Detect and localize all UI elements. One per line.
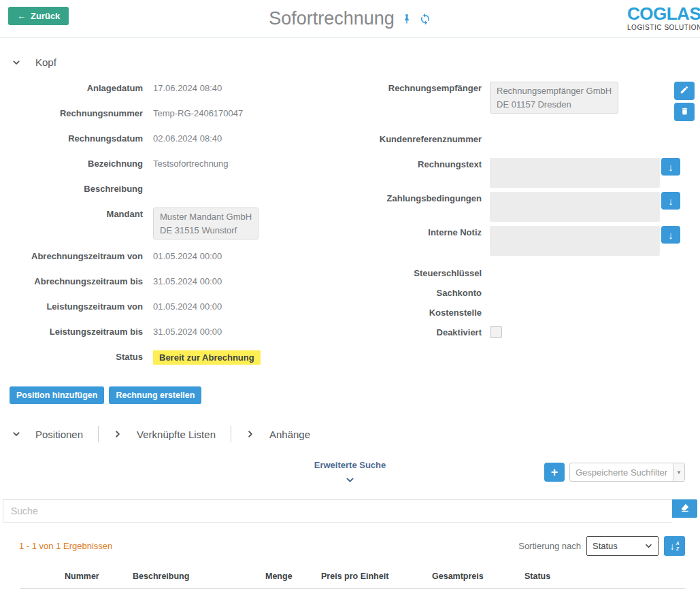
status-badge: Bereit zur Abrechnung <box>153 350 261 365</box>
header-cell-beschreibung: Beschreibung <box>133 572 265 581</box>
field-interne-notiz: Interne Notiz ↓ <box>350 226 700 256</box>
add-filter-button[interactable]: + <box>544 463 565 482</box>
field-rechnungsnummer: Rechnungsnummer Temp-RG-2406170047 <box>0 107 350 122</box>
chevron-down-icon <box>12 430 20 438</box>
field-kostenstelle: Kostenstelle <box>350 306 700 320</box>
results-sort-row: 1 - 1 von 1 Ergebnissen Sortierung nach … <box>0 536 700 556</box>
field-leistungszeitraum-von: Leistungszeitraum von 01.05.2024 00:00 <box>0 300 350 315</box>
field-leistungszeitraum-bis: Leistungszeitraum bis 31.05.2024 00:00 <box>0 325 350 340</box>
edit-recipient-button[interactable] <box>674 82 695 100</box>
field-abrechnungszeitraum-von: Abrechnungszeitraum von 01.05.2024 00:00 <box>0 250 350 265</box>
divider <box>98 426 99 442</box>
interne-notiz-textarea[interactable] <box>490 226 660 256</box>
field-mandant: Mandant Muster Mandant GmbH DE 31515 Wun… <box>0 208 350 239</box>
pencil-icon <box>680 85 689 97</box>
field-beschreibung: Beschreibung <box>0 182 350 197</box>
clear-search-button[interactable] <box>672 499 697 518</box>
pin-icon[interactable] <box>401 14 412 24</box>
field-zahlungsbedingungen: Zahlungsbedingungen ↓ <box>350 192 700 222</box>
plus-icon: + <box>551 465 559 480</box>
top-header-bar: ←Zurück Sofortrechnung COGLAS LOGISTIC S… <box>0 0 700 38</box>
create-invoice-button[interactable]: Rechnung erstellen <box>109 386 201 404</box>
back-button[interactable]: ←Zurück <box>8 7 69 25</box>
field-rechnungsdatum: Rechnungsdatum 02.06.2024 08:40 <box>0 132 350 147</box>
add-position-button[interactable]: Position hinzufügen <box>10 386 104 404</box>
field-sachkonto: Sachkonto <box>350 286 700 301</box>
kopf-left-column: Anlagedatum 17.06.2024 08:40 Rechnungsnu… <box>0 82 350 376</box>
header-cell-preis-pro-einheit: Preis pro Einheit <box>321 572 432 581</box>
header-cell-nummer: Nummer <box>65 572 133 581</box>
results-count: 1 - 1 von 1 Ergebnissen <box>19 541 112 551</box>
header-cell-menge: Menge <box>265 572 321 581</box>
down-arrow-icon: ↓ <box>668 195 673 207</box>
sort-direction-button[interactable]: ↓AZ <box>664 536 685 556</box>
interne-notiz-expand-button[interactable]: ↓ <box>661 226 680 244</box>
rechnungstext-expand-button[interactable]: ↓ <box>661 158 680 176</box>
rechnungstext-textarea[interactable] <box>490 158 660 188</box>
coglas-logo: COGLAS LOGISTIC SOLUTION <box>627 5 700 31</box>
mandant-value-box: Muster Mandant GmbH DE 31515 Wunstorf <box>153 208 259 239</box>
chevron-right-icon <box>246 430 254 438</box>
section-header-anhaenge[interactable]: Anhänge <box>246 429 310 440</box>
field-rechnungstext: Rechnungstext ↓ <box>350 158 700 188</box>
field-kundenreferenznummer: Kundenreferenznummer <box>350 133 700 148</box>
deaktiviert-checkbox[interactable] <box>490 326 502 338</box>
section-header-verknuepfte-listen[interactable]: Verknüpfte Listen <box>114 429 216 440</box>
positions-table: Nummer Beschreibung Menge Preis pro Einh… <box>20 565 685 596</box>
zahlungsbedingungen-textarea[interactable] <box>490 192 660 222</box>
kopf-form: Anlagedatum 17.06.2024 08:40 Rechnungsnu… <box>0 82 700 376</box>
zahlungsbedingungen-expand-button[interactable]: ↓ <box>661 192 680 210</box>
field-status: Status Bereit zur Abrechnung <box>0 350 350 365</box>
kopf-right-column: Rechnungsempfänger Rechnungsempfänger Gm… <box>350 82 700 376</box>
search-bar <box>3 499 697 523</box>
chevron-down-icon <box>12 59 20 67</box>
section-header-kopf[interactable]: Kopf <box>12 56 700 68</box>
action-buttons-row: Position hinzufügen Rechnung erstellen <box>10 386 700 404</box>
section-tabs-row: Positionen Verknüpfte Listen Anhänge <box>12 426 700 442</box>
header-cell-status: Status <box>524 572 685 581</box>
page-title: Sofortrechnung <box>269 8 395 29</box>
field-abrechnungszeitraum-bis: Abrechnungszeitraum bis 31.05.2024 00:00 <box>0 275 350 290</box>
rechnungsempfaenger-value-box: Rechnungsempfänger GmbH DE 01157 Dresden <box>490 82 618 114</box>
field-deaktiviert: Deaktiviert <box>350 326 700 340</box>
down-arrow-icon: ↓ <box>668 229 673 241</box>
field-anlagedatum: Anlagedatum 17.06.2024 08:40 <box>0 82 350 97</box>
refresh-icon[interactable] <box>419 13 431 25</box>
sort-field-select[interactable]: Status <box>586 536 659 556</box>
field-rechnungsempfaenger: Rechnungsempfänger Rechnungsempfänger Gm… <box>350 82 700 121</box>
advanced-search-row: Erweiterte Suche + Gespeicherte Suchfilt… <box>0 460 700 491</box>
header-cell-gesamtpreis: Gesamtpreis <box>432 572 524 581</box>
chevron-down-icon <box>645 542 652 550</box>
header-cell-actions <box>20 572 65 581</box>
saved-filters-dropdown[interactable]: Gespeicherte Suchfilter ▼ <box>569 463 685 482</box>
down-arrow-icon: ↓ <box>668 161 673 173</box>
advanced-search-toggle[interactable]: Erweiterte Suche <box>314 460 386 470</box>
positions-table-header: Nummer Beschreibung Menge Preis pro Einh… <box>20 565 685 589</box>
delete-recipient-button[interactable] <box>674 103 695 121</box>
section-header-positionen[interactable]: Positionen <box>12 429 83 440</box>
dropdown-arrow-icon: ▼ <box>673 463 684 481</box>
table-row: → 1 Testvorlage Bearbeitungsgebühr 3 Stc… <box>20 589 685 596</box>
chevron-right-icon <box>114 430 122 438</box>
back-arrow-icon: ← <box>17 11 26 21</box>
field-steuerschluessel: Steuerschlüssel <box>350 267 700 281</box>
field-bezeichnung: Bezeichnung Testsofortrechnung <box>0 157 350 172</box>
trash-icon <box>680 107 689 118</box>
divider <box>231 426 231 442</box>
eraser-icon <box>680 502 690 515</box>
search-input[interactable] <box>3 499 672 523</box>
sort-alpha-icon: ↓AZ <box>670 541 680 552</box>
